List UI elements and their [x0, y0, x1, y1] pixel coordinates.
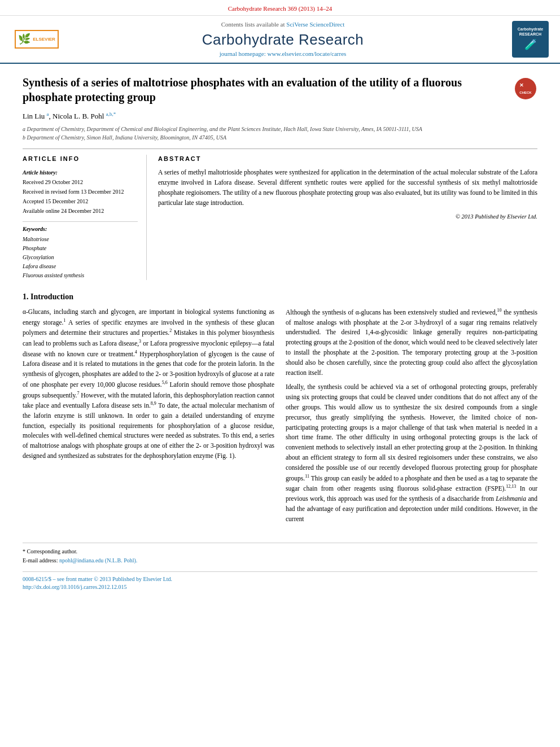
article-title-section: Synthesis of a series of maltotriose pho…: [23, 75, 537, 104]
article-history: Article history: Received 29 October 201…: [23, 168, 138, 216]
history-label: Article history:: [23, 168, 138, 177]
affiliation-b: b Department of Chemistry, Simon Hall, I…: [23, 133, 537, 142]
tree-icon: 🌿: [18, 32, 30, 46]
introduction-heading: 1. Introduction: [23, 291, 537, 303]
intro-para-1: α-Glucans, including starch and glycogen…: [23, 307, 274, 461]
journal-header: 🌿 ELSEVIER Contents lists available at S…: [0, 16, 560, 64]
journal-logo-icon: 🧪: [524, 38, 537, 52]
keyword-2: Phosphate: [23, 244, 138, 253]
available-date: Available online 24 December 2012: [23, 206, 138, 216]
body-two-columns: α-Glucans, including starch and glycogen…: [23, 307, 537, 529]
email-link[interactable]: npohl@indiana.edu (N.L.B. Pohl).: [59, 557, 137, 563]
author-list: Lin Liu a, Nicola L. B. Pohl a,b,*: [23, 112, 116, 120]
journal-title: Carbohydrate Research: [62, 29, 504, 50]
sciverse-line: Contents lists available at SciVerse Sci…: [62, 20, 504, 29]
received-date: Received 29 October 2012: [23, 177, 138, 187]
crossmark-badge: ✕CHECK: [515, 78, 537, 101]
email-note: E-mail address: npohl@indiana.edu (N.L.B…: [23, 557, 537, 565]
abstract-copyright: © 2013 Published by Elsevier Ltd.: [158, 213, 537, 221]
keyword-1: Maltotriose: [23, 235, 138, 244]
corresponding-note: * Corresponding author.: [23, 548, 537, 556]
synthesis-word: synthesis: [409, 495, 433, 502]
main-content: Synthesis of a series of maltotriose pho…: [0, 64, 560, 602]
keywords-list: Maltotriose Phosphate Glycosylation Lafo…: [23, 235, 138, 280]
keywords-section: Keywords: Maltotriose Phosphate Glycosyl…: [23, 221, 138, 280]
affiliations: a Department of Chemistry, Department of…: [23, 125, 537, 142]
body-col-left: α-Glucans, including starch and glycogen…: [23, 307, 274, 529]
footer-section: * Corresponding author. E-mail address: …: [23, 543, 537, 591]
affiliation-a: a Department of Chemistry, Department of…: [23, 125, 537, 133]
intro-para-right-2: Ideally, the synthesis could be achieved…: [286, 382, 537, 524]
intro-para-right-1: Although the synthesis of α-glucans has …: [286, 307, 537, 378]
body-col-right: Although the synthesis of α-glucans has …: [286, 307, 537, 529]
journal-ref: Carbohydrate Research 369 (2013) 14–24: [228, 5, 333, 12]
abstract-text: A series of methyl maltotrioside phospha…: [158, 168, 537, 208]
revised-date: Received in revised form 13 December 201…: [23, 187, 138, 196]
crossmark-icon: ✕CHECK: [515, 78, 536, 99]
accepted-date: Accepted 15 December 2012: [23, 196, 138, 206]
keyword-5: Fluorous assisted synthesis: [23, 271, 138, 280]
article-info-abstract-section: ARTICLE INFO Article history: Received 2…: [23, 148, 537, 280]
elsevier-logo: 🌿 ELSEVIER: [11, 30, 62, 49]
article-info-heading: ARTICLE INFO: [23, 155, 138, 163]
authors: Lin Liu a, Nicola L. B. Pohl a,b,*: [23, 110, 537, 121]
keyword-4: Lafora disease: [23, 262, 138, 271]
doi-line-2[interactable]: http://dx.doi.org/10.1016/j.carres.2012.…: [23, 583, 537, 591]
abstract-heading: ABSTRACT: [158, 155, 537, 163]
top-bar: Carbohydrate Research 369 (2013) 14–24: [0, 0, 560, 16]
journal-homepage: journal homepage: www.elsevier.com/locat…: [62, 50, 504, 58]
article-info-column: ARTICLE INFO Article history: Received 2…: [23, 155, 147, 280]
carbohydrate-research-logo: CarbohydrateRESEARCH 🧪: [512, 21, 549, 58]
abstract-column: ABSTRACT A series of methyl maltotriosid…: [158, 155, 537, 280]
body-section: 1. Introduction α-Glucans, including sta…: [23, 291, 537, 528]
sciverse-link[interactable]: SciVerse ScienceDirect: [286, 21, 344, 28]
elsevier-logo-box: 🌿 ELSEVIER: [15, 30, 59, 49]
doi-line-1: 0008-6215/$ – see front matter © 2013 Pu…: [23, 575, 537, 583]
journal-header-center: Contents lists available at SciVerse Sci…: [62, 20, 504, 58]
keywords-label: Keywords:: [23, 225, 138, 233]
article-title: Synthesis of a series of maltotriose pho…: [23, 75, 506, 104]
keyword-3: Glycosylation: [23, 253, 138, 262]
